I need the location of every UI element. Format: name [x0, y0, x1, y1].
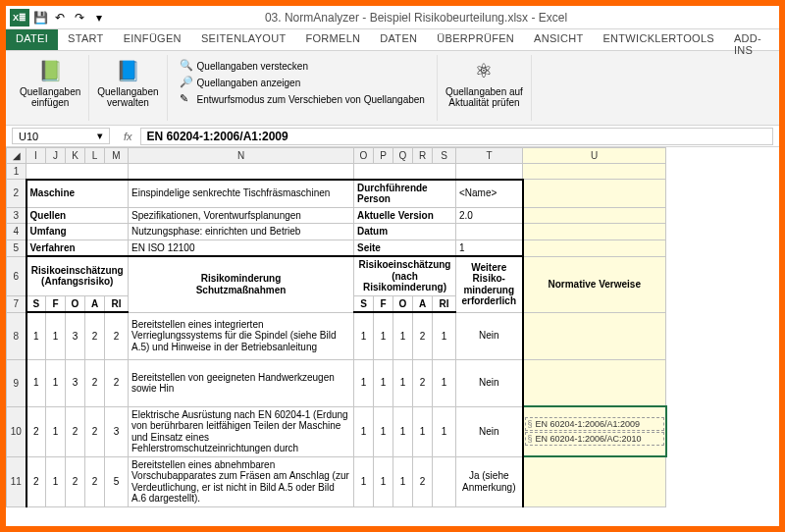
- active-cell[interactable]: §EN 60204-1:2006/A1:2009 §EN 60204-1:200…: [523, 406, 666, 456]
- measure-text[interactable]: Bereitstellen eines abnehmbaren Vorschub…: [129, 456, 354, 506]
- grid[interactable]: ◢ I J K L M N O P Q R S T U 1 2 Maschine…: [6, 147, 667, 507]
- col-headers: ◢ I J K L M N O P Q R S T U: [7, 148, 666, 164]
- hdr-S2: S: [354, 295, 374, 312]
- name-box[interactable]: U10▾: [12, 128, 110, 144]
- formula-bar: U10▾ fx EN 60204-1:2006/A1:2009: [6, 126, 779, 147]
- save-icon[interactable]: 💾: [31, 9, 49, 27]
- formula-input[interactable]: EN 60204-1:2006/A1:2009: [140, 128, 773, 145]
- norm-reference[interactable]: §EN 60204-1:2006/A1:2009: [525, 417, 664, 431]
- col-J[interactable]: J: [46, 148, 66, 164]
- col-R[interactable]: R: [413, 148, 433, 164]
- col-L[interactable]: L: [85, 148, 105, 164]
- entwurfsmodus-button[interactable]: ✎Entwurfsmodus zum Verschieben von Quell…: [180, 92, 425, 106]
- row-9[interactable]: 9: [7, 359, 26, 406]
- label-datum: Datum: [354, 224, 456, 240]
- atom-icon: ⚛: [470, 57, 497, 84]
- hdr-O1: O: [66, 295, 85, 312]
- row-1[interactable]: 1: [7, 164, 26, 180]
- label-version: Aktuelle Version: [354, 207, 456, 224]
- link-icon: §: [528, 419, 533, 429]
- tab-daten[interactable]: DATEN: [370, 29, 427, 50]
- row-11[interactable]: 11: [7, 456, 26, 506]
- tab-start[interactable]: START: [58, 29, 114, 50]
- val-maschine[interactable]: Einspindelige senkrechte Tischfräsmaschi…: [129, 180, 354, 208]
- show-icon: 🔎: [180, 76, 193, 89]
- chevron-down-icon[interactable]: ▾: [97, 130, 103, 142]
- norm-reference[interactable]: §EN 60204-1:2006/AC:2010: [525, 432, 664, 446]
- hdr-risk-nach: Risikoeinschätzung (nach Risikominderung…: [354, 256, 456, 295]
- val-version[interactable]: 2.0: [456, 207, 523, 224]
- row-2[interactable]: 2: [7, 180, 26, 208]
- hdr-risikominderung: Risikominderung Schutzmaßnahmen: [129, 256, 354, 312]
- col-I[interactable]: I: [26, 148, 46, 164]
- row-6[interactable]: 6: [7, 256, 26, 295]
- select-all[interactable]: ◢: [7, 148, 26, 164]
- measure-text[interactable]: Elektrische Ausrüstung nach EN 60204-1 (…: [129, 406, 354, 456]
- data-row: 8 11322 Bereitstellen eines integrierten…: [7, 312, 666, 359]
- measure-text[interactable]: Bereitstellen von geeigneten Handwerkzeu…: [129, 359, 354, 406]
- col-Q[interactable]: Q: [393, 148, 413, 164]
- title-bar: X≣ 💾 ↶ ↷ ▾ 03. NormAnalyzer - Beispiel R…: [6, 6, 779, 29]
- book-icon: 📘: [114, 57, 141, 84]
- hdr-A2: A: [413, 295, 433, 312]
- quellangaben-einfuegen-button[interactable]: 📗 Quellangaben einfügen: [20, 57, 80, 108]
- data-row: 11 21225 Bereitstellen eines abnehmbaren…: [7, 456, 666, 506]
- link-icon: §: [528, 434, 533, 444]
- worksheet[interactable]: ◢ I J K L M N O P Q R S T U 1 2 Maschine…: [6, 147, 779, 526]
- label-seite: Seite: [354, 239, 456, 256]
- tab-entwicklertools[interactable]: ENTWICKLERTOOLS: [593, 29, 724, 50]
- window-title: 03. NormAnalyzer - Beispiel Risikobeurte…: [112, 11, 779, 25]
- col-P[interactable]: P: [374, 148, 393, 164]
- tab-einfuegen[interactable]: EINFÜGEN: [114, 29, 191, 50]
- hdr-normative: Normative Verweise: [523, 256, 666, 312]
- tab-addins[interactable]: ADD-INS: [724, 29, 779, 50]
- quellangaben-verwalten-button[interactable]: 📘 Quellangaben verwalten: [97, 57, 158, 108]
- undo-icon[interactable]: ↶: [51, 9, 69, 27]
- excel-icon: X≣: [10, 9, 29, 27]
- row-4[interactable]: 4: [7, 224, 26, 240]
- hdr-F2: F: [374, 295, 393, 312]
- row-8[interactable]: 8: [7, 312, 26, 359]
- quellangaben-verstecken-button[interactable]: 🔍Quellangaben verstecken: [180, 59, 425, 73]
- row-3[interactable]: 3: [7, 207, 26, 224]
- col-S[interactable]: S: [433, 148, 456, 164]
- ribbon-tabs: DATEI START EINFÜGEN SEITENLAYOUT FORMEL…: [6, 29, 779, 51]
- val-quellen[interactable]: Spezifikationen, Vorentwurfsplanungen: [129, 207, 354, 224]
- col-O[interactable]: O: [354, 148, 374, 164]
- col-U[interactable]: U: [523, 148, 666, 164]
- tab-formeln[interactable]: FORMELN: [295, 29, 370, 50]
- data-row: 9 11322 Bereitstellen von geeigneten Han…: [7, 359, 666, 406]
- quellangaben-anzeigen-button[interactable]: 🔎Quellangaben anzeigen: [180, 76, 425, 89]
- draft-icon: ✎: [180, 92, 193, 106]
- tab-datei[interactable]: DATEI: [6, 29, 58, 50]
- tab-ueberpruefen[interactable]: ÜBERPRÜFEN: [427, 29, 524, 50]
- redo-icon[interactable]: ↷: [71, 9, 88, 27]
- col-M[interactable]: M: [105, 148, 129, 164]
- row-7[interactable]: 7: [7, 295, 26, 312]
- val-person[interactable]: <Name>: [456, 180, 523, 208]
- label-verfahren: Verfahren: [26, 239, 129, 256]
- data-row: 10 21223 Elektrische Ausrüstung nach EN …: [7, 406, 666, 456]
- label-quellen: Quellen: [26, 207, 129, 224]
- hdr-RI2: RI: [433, 295, 456, 312]
- measure-text[interactable]: Bereitstellen eines integrierten Verrieg…: [129, 312, 354, 359]
- hdr-risk-anfang: Risikoeinschätzung (Anfangsrisiko): [26, 256, 129, 295]
- val-seite[interactable]: 1: [456, 239, 523, 256]
- row-5[interactable]: 5: [7, 239, 26, 256]
- col-K[interactable]: K: [66, 148, 85, 164]
- qat-more-icon[interactable]: ▾: [90, 9, 108, 27]
- tab-seitenlayout[interactable]: SEITENLAYOUT: [191, 29, 296, 50]
- hdr-F1: F: [46, 295, 66, 312]
- tab-ansicht[interactable]: ANSICHT: [524, 29, 593, 50]
- col-T[interactable]: T: [456, 148, 523, 164]
- val-umfang[interactable]: Nutzungsphase: einrichten und Betrieb: [129, 224, 354, 240]
- label-person: Durchführende Person: [354, 180, 456, 208]
- fx-icon[interactable]: fx: [116, 131, 140, 142]
- val-verfahren[interactable]: EN ISO 12100: [129, 239, 354, 256]
- col-N[interactable]: N: [129, 148, 354, 164]
- ribbon: 📗 Quellangaben einfügen 📘 Quellangaben v…: [6, 51, 779, 126]
- label-umfang: Umfang: [26, 224, 129, 240]
- aktualitaet-pruefen-button[interactable]: ⚛ Quellangaben auf Aktualität prüfen: [445, 57, 523, 108]
- val-datum[interactable]: [456, 224, 523, 240]
- row-10[interactable]: 10: [7, 406, 26, 456]
